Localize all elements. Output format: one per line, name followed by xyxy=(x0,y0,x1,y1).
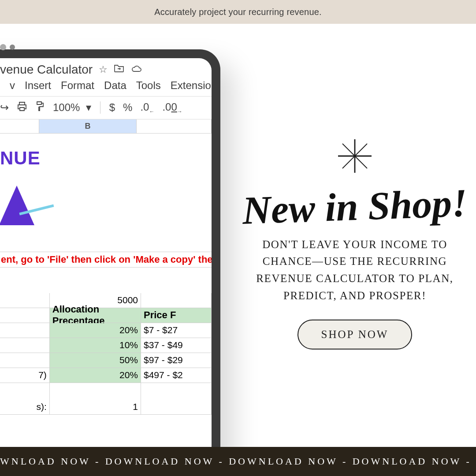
window-dot xyxy=(0,44,6,50)
col-header-a-partial[interactable] xyxy=(0,119,39,133)
increase-decimal-icon[interactable]: .00→ xyxy=(162,101,182,115)
cell-label-a: 7) xyxy=(0,368,50,383)
instruction-text: ent, go to 'File' then click on 'Make a … xyxy=(0,252,212,268)
data-table: 5000 Allocation Precentage Price F 20% $… xyxy=(0,293,212,415)
cell-price: $97 - $29 xyxy=(141,353,212,368)
col-header-c-partial[interactable] xyxy=(137,119,212,133)
print-icon[interactable] xyxy=(17,101,27,114)
doc-title[interactable]: venue Calculator xyxy=(0,63,93,77)
cell-price: $7 - $27 xyxy=(141,323,212,338)
column-headers: B xyxy=(0,119,212,134)
star-icon[interactable]: ☆ xyxy=(99,64,108,75)
zoom-select[interactable]: 100% ▾ xyxy=(53,101,91,114)
spreadsheet-grid: B NUE ent, go to 'File' then click on 'M… xyxy=(0,119,212,171)
banner-text-fragment: NUE xyxy=(0,134,212,171)
table-row[interactable]: s): 1 xyxy=(0,400,212,415)
menu-extensions[interactable]: Extensions xyxy=(171,79,212,92)
decrease-decimal-icon[interactable]: .0← xyxy=(140,101,154,115)
sparkle-icon xyxy=(337,138,372,174)
table-row[interactable]: 10% $37 - $49 xyxy=(0,338,212,353)
window-dots xyxy=(0,45,15,50)
menu-insert[interactable]: Insert xyxy=(25,79,51,92)
toolbar-divider xyxy=(100,101,100,114)
top-banner: Accurately project your recurring revenu… xyxy=(0,0,476,24)
menu-format[interactable]: Format xyxy=(61,79,94,92)
menu-view-partial[interactable]: v xyxy=(10,79,15,92)
spreadsheet-screen: venue Calculator ☆ v Insert Format Data … xyxy=(0,58,212,464)
cell-percent: 20% xyxy=(50,368,141,383)
table-row[interactable]: 20% $7 - $27 xyxy=(0,323,212,338)
shop-now-button[interactable]: SHOP NOW xyxy=(298,320,413,350)
marquee-bar: WNLOAD NOW - DOWNLOAD NOW - DOWNLOAD NOW… xyxy=(0,447,476,476)
paint-format-icon[interactable] xyxy=(35,101,45,114)
cell-percent: 50% xyxy=(50,353,141,368)
menu-data[interactable]: Data xyxy=(104,79,126,92)
toolbar: ↪ 100% ▾ $ % .0← .00→ xyxy=(0,96,212,119)
header-price: Price F xyxy=(141,308,212,323)
table-row[interactable] xyxy=(0,383,212,400)
value-1: 1 xyxy=(50,400,141,414)
cell-price: $497 - $2 xyxy=(141,368,212,383)
main-area: venue Calculator ☆ v Insert Format Data … xyxy=(0,24,476,447)
cell-label-b: s): xyxy=(0,400,50,414)
cell-percent: 10% xyxy=(50,338,141,353)
col-header-b[interactable]: B xyxy=(39,119,137,133)
marquee-text: WNLOAD NOW - DOWNLOAD NOW - DOWNLOAD NOW… xyxy=(0,456,476,467)
table-row[interactable]: 50% $97 - $29 xyxy=(0,353,212,368)
table-row[interactable]: 7) 20% $497 - $2 xyxy=(0,368,212,383)
decorative-triangle xyxy=(0,186,34,225)
tablet-mockup: venue Calculator ☆ v Insert Format Data … xyxy=(0,49,220,472)
promo-heading: New in Shop! xyxy=(241,184,469,229)
redo-icon[interactable]: ↪ xyxy=(0,101,9,114)
promo-block: New in Shop! DON'T LEAVE YOUR INCOME TO … xyxy=(234,138,476,350)
cloud-icon[interactable] xyxy=(130,64,142,75)
header-allocation: Allocation Precentage xyxy=(50,308,141,323)
doc-title-row: venue Calculator ☆ xyxy=(0,58,212,79)
move-folder-icon[interactable] xyxy=(114,64,124,75)
cell-price: $37 - $49 xyxy=(141,338,212,353)
window-dot xyxy=(10,45,15,50)
percent-format-icon[interactable]: % xyxy=(123,101,132,114)
promo-subcopy: DON'T LEAVE YOUR INCOME TO CHANCE—USE TH… xyxy=(242,236,468,305)
menu-bar: v Insert Format Data Tools Extensions xyxy=(0,79,212,96)
cell-percent: 20% xyxy=(50,323,141,338)
table-header-row[interactable]: Allocation Precentage Price F xyxy=(0,308,212,323)
menu-tools[interactable]: Tools xyxy=(136,79,161,92)
banner-text: Accurately project your recurring revenu… xyxy=(154,7,322,17)
currency-format-icon[interactable]: $ xyxy=(109,101,115,114)
